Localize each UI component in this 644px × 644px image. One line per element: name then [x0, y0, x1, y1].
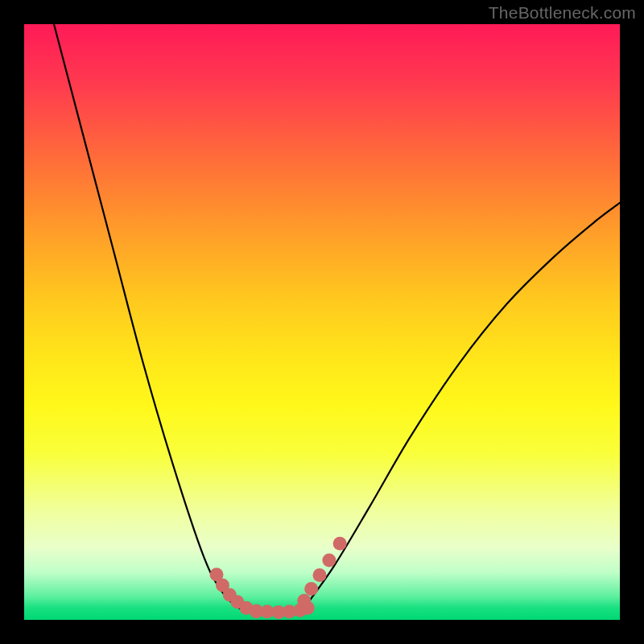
dot-salmon-right-dots	[304, 582, 318, 596]
dot-salmon-right-dots	[297, 594, 311, 608]
curve-right-curve	[304, 203, 620, 608]
chart-svg	[24, 24, 620, 620]
dot-salmon-right-dots	[333, 537, 347, 551]
plot-area	[24, 24, 620, 620]
dot-salmon-right-dots	[322, 554, 336, 568]
dot-salmon-right-dots	[313, 568, 327, 582]
watermark-text: TheBottleneck.com	[489, 3, 636, 23]
chart-frame: TheBottleneck.com	[0, 0, 644, 644]
curve-left-curve	[54, 24, 257, 614]
